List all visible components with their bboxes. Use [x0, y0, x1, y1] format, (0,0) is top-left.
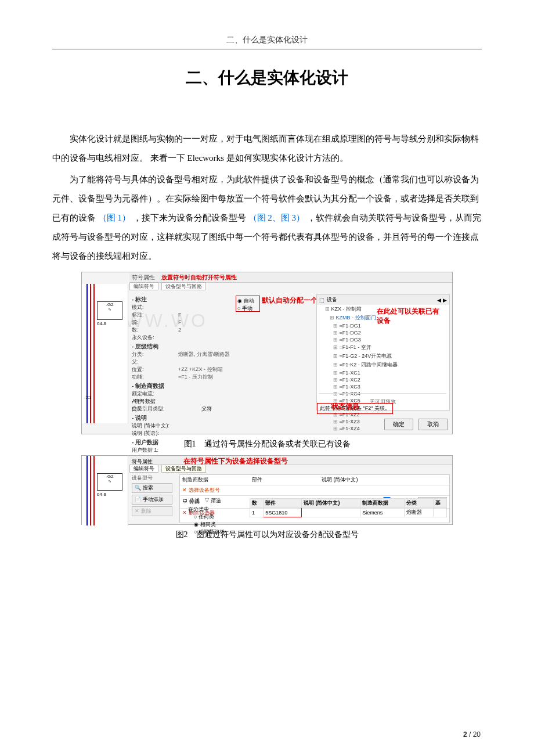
label-function: 功能:: [132, 373, 178, 381]
paragraph-2-text-b: ，接下来为设备分配设备型号: [133, 213, 246, 222]
value-xref: 父符: [201, 405, 212, 413]
component-x1-label: -X1: [84, 395, 91, 400]
tree-item[interactable]: =F1-XC2: [317, 376, 449, 383]
tree-nav-icon[interactable]: ◀ ▶: [437, 297, 447, 303]
label-perm: 永久设备:: [132, 334, 178, 341]
add-manual-button[interactable]: 📄 手动添加: [132, 495, 172, 505]
annotation-header: 放置符号时自动打开符号属性: [161, 274, 237, 280]
component-g2-label-2: -G2: [98, 474, 122, 479]
radio-manual[interactable]: 手动: [242, 305, 252, 311]
annotation-header-2: 在符号属性下为设备选择设备型号: [183, 457, 288, 465]
paragraph-2: 为了能将符号与具体的设备型号相对应，为此软件提供了设备和设备型号的概念（通常我们…: [52, 170, 482, 266]
label-desc-zh: 说明 (简体中文):: [132, 422, 201, 430]
dialog-title-bar: 符号属性 放置符号时自动打开符号属性: [129, 272, 452, 283]
tab-device-circuit-2[interactable]: 设备型号与回路: [161, 465, 206, 473]
label-root: 源:: [132, 319, 178, 326]
ok-button[interactable]: 确定: [384, 419, 413, 430]
label-mode: 模式:: [132, 304, 178, 311]
grid-col-part: 部件: [264, 499, 302, 508]
mode-radio-group[interactable]: ◉ 自动 ○ 手动: [236, 296, 260, 312]
label-parent: 父:: [132, 358, 178, 366]
group-mfr: - 制造商数据: [132, 382, 288, 390]
grid-cell-idx: 1: [250, 508, 264, 517]
cancel-button[interactable]: 取消: [418, 419, 448, 430]
opt-any-class[interactable]: 任何类: [199, 514, 214, 520]
results-grid[interactable]: 数 部件 说明 (简体中文) 制造商数据 分类 基 1 5SG1810 Siem…: [250, 498, 447, 517]
tab-device-circuit[interactable]: 设备型号与回路: [161, 282, 206, 290]
subhdr-mfr: 制造商数据: [182, 476, 252, 484]
dialog-tabs-2: 编辑符号 设备型号与回路: [129, 465, 207, 473]
tree-item[interactable]: =F1-XC3: [317, 383, 449, 390]
component-04-8-label-2: 04-8: [97, 492, 106, 497]
opt-same-class[interactable]: 相同类: [200, 521, 216, 527]
dialog-title-2: 符号属性: [132, 459, 153, 465]
grid-cell-mfr: Siemens: [360, 508, 405, 517]
group-sym: - 符号数据: [132, 398, 212, 405]
group-layer: - 层级结构: [132, 343, 288, 351]
tree-items-container: =F1-DG1=F1-DG2=F1-DG3=F1-F1 - 空开=F1-G2 -…: [317, 322, 449, 432]
figure-2-caption: 图2 图通过符号属性可以为对应设备分配设备型号: [52, 530, 482, 540]
annotation-link-existing: 在此处可以关联已有设备: [377, 307, 441, 325]
col-header-model: 设备型号: [132, 474, 176, 482]
tree-item[interactable]: =F1-DG3: [317, 336, 449, 343]
group-desc: - 说明: [132, 414, 288, 422]
value-function: =F1 - 压力控制: [178, 373, 288, 381]
side-buttons: 设备型号 🔍 搜索 📄 手动添加 ✕ 删除: [132, 474, 176, 518]
filter-in-class-label: 在分类中: [182, 506, 246, 513]
tree-item[interactable]: =F1-DG2: [317, 329, 449, 336]
label-desc-en: 说明 (英语):: [132, 430, 201, 437]
value-location: +ZZ +KZX - 控制箱: [178, 366, 288, 373]
page-current: 2: [463, 730, 467, 739]
symbol-properties-dialog: WWW.WO -G2 ∿ 04-8 -X1 符号属性 放置符号时自动打开符号属性…: [81, 272, 453, 434]
dialog-title-bar-2: 符号属性 在符号属性下为设备选择设备型号: [129, 456, 452, 465]
tree-item[interactable]: =F1-XC1: [317, 369, 449, 376]
page-title: 二、什么是实体化设计: [52, 67, 482, 89]
group-user: - 用户数据: [132, 438, 288, 447]
tree-item[interactable]: =F1-F1 - 空开: [317, 343, 449, 352]
label-xref: 交叉引用类型:: [132, 405, 178, 413]
grid-cell-class: 熔断器: [405, 508, 434, 517]
tab-edit-symbol-2[interactable]: 编辑符号: [129, 465, 158, 473]
figure-2-3-ref: （图 2、图 3）: [248, 213, 305, 222]
grid-col-desc: 说明 (简体中文): [301, 499, 360, 508]
label-class: 分类:: [132, 351, 178, 358]
value-class: 熔断器, 分离器\断路器: [178, 351, 288, 358]
value-tag: F: [178, 311, 288, 319]
label-ud1: 用户数据 1:: [132, 447, 178, 454]
tab-edit-symbol[interactable]: 编辑符号: [129, 282, 158, 290]
document-page: 二、什么是实体化设计 二、什么是实体化设计 实体化设计就是图纸与实物的一一对应，…: [0, 0, 534, 756]
tree-item[interactable]: =F1-G2 - 24V开关电源: [317, 352, 449, 361]
select-model-panel: 制造商数据 部件 说明 (简体中文) ✕ 选择设备型号 🗂 分类 ▽ 筛选 自动…: [179, 474, 450, 523]
tree-item[interactable]: =F1-K2 - 四路中间继电器: [317, 361, 449, 369]
subhdr-part: 部件: [252, 476, 322, 484]
figure-1: WWW.WO -G2 ∿ 04-8 -X1 符号属性 放置符号时自动打开符号属性…: [52, 272, 482, 449]
grid-col-mfr: 制造商数据: [360, 499, 405, 508]
radio-auto[interactable]: 自动: [244, 298, 254, 304]
filter-panel: ▽ 分类 在分类中 ○ 任何类 ◉ 相同类 ○ 相同基础类: [182, 498, 246, 536]
grid-col-class: 分类: [405, 499, 434, 508]
search-button[interactable]: 🔍 搜索: [132, 483, 172, 493]
filter-class-label: 分类: [189, 499, 200, 505]
paragraph-1: 实体化设计就是图纸与实物的一一对应，对于电气图纸而言体现在组成原理图的符号与导线…: [52, 129, 482, 168]
component-04-8-label: 04-8: [97, 321, 106, 326]
opt-same-base-class[interactable]: 相同基础类: [199, 529, 225, 535]
grid-col-base: 基: [433, 499, 446, 508]
component-g2-label: -G2: [98, 302, 122, 307]
dialog-title: 符号属性: [132, 274, 155, 280]
label-num: 数:: [132, 326, 178, 334]
schematic-snippet: -G2 ∿ 04-8 -X1: [82, 284, 128, 423]
value-root: F: [178, 319, 288, 326]
figure-1-ref: （图 1）: [98, 213, 131, 222]
subhdr-desc: 说明 (简体中文): [322, 476, 358, 484]
grid-row[interactable]: 1 5SG1810 Siemens 熔断器: [250, 508, 447, 517]
grid-col-num: 数: [250, 499, 264, 508]
dialog-buttons: 确定 取消: [381, 419, 448, 430]
tree-icon: ⬚: [319, 297, 324, 303]
label-voltage: 额定电流:: [132, 390, 178, 398]
select-model-title: ✕ 选择设备型号: [180, 485, 449, 496]
tree-header-label: 设备: [327, 296, 337, 304]
page-total: 20: [473, 730, 481, 739]
delete-button[interactable]: ✕ 删除: [132, 506, 172, 516]
page-number: 2 / 20: [463, 730, 481, 739]
page-header: 二、什么是实体化设计: [52, 35, 482, 49]
